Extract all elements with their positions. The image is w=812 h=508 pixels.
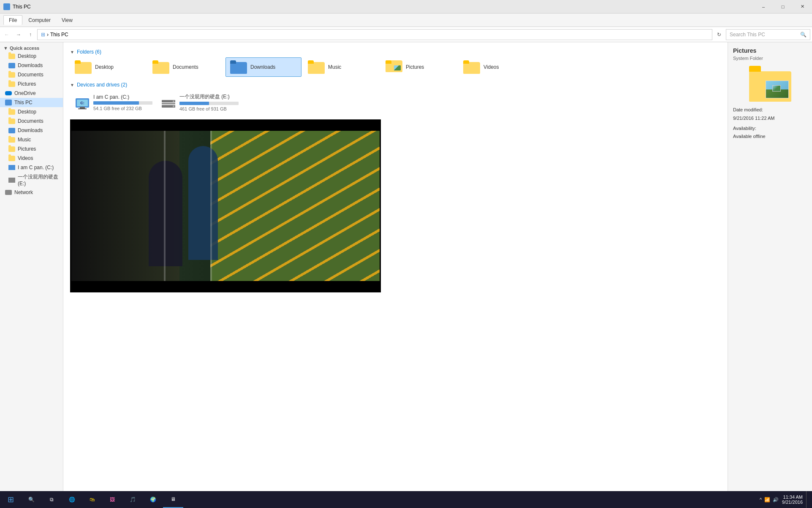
network-icon [5,190,12,195]
sidebar-item-pictures-quick[interactable]: Pictures 📌 [0,79,63,89]
title-bar-title: This PC [13,4,31,10]
clock[interactable]: 11:34 AM 9/21/2016 [782,494,803,505]
taskbar-search[interactable]: 🔍 [21,491,41,508]
folder-name: Downloads [250,64,275,70]
drive-e-free: 461 GB free of 931 GB [179,106,239,111]
folder-icon [8,137,15,143]
taskbar-explorer[interactable]: 🖥 [163,491,183,508]
maximize-button[interactable]: □ [773,0,793,14]
sidebar-item-label: Documents [18,118,43,124]
systray-volume[interactable]: 🔊 [773,497,779,503]
forward-button[interactable]: → [14,30,24,40]
folders-section-header[interactable]: ▼ Folders (6) [70,49,721,55]
sidebar-item-label: Desktop [18,109,36,115]
drive-icon-c: C: [75,95,90,110]
tab-view[interactable]: View [57,16,78,25]
title-bar: This PC – □ ✕ [0,0,812,14]
up-button[interactable]: ↑ [25,30,35,40]
minimize-button[interactable]: – [754,0,773,14]
sidebar-item-this-pc[interactable]: This PC [0,98,63,107]
folder-item-desktop[interactable]: Desktop [70,57,146,77]
title-bar-controls: – □ ✕ [754,0,812,14]
folder-item-downloads[interactable]: Downloads [225,57,301,77]
taskbar-groove[interactable]: 🎵 [122,491,143,508]
folder-item-documents[interactable]: Documents [148,57,224,77]
drive-c-bar-fill [93,101,139,105]
systray-chevron[interactable]: ^ [760,497,762,502]
chevron-icon: ▼ [70,83,74,87]
sidebar-item-desktop-pc[interactable]: Desktop [0,107,63,116]
tab-file[interactable]: File [3,15,22,25]
chevron-icon: ▼ [70,50,74,54]
sidebar-item-label: Pictures [18,146,36,152]
folder-icon [8,54,15,59]
search-box[interactable]: Search This PC 🔍 [726,29,810,40]
sidebar-item-label: Music [18,137,31,143]
sidebar-item-videos[interactable]: Videos [0,154,63,163]
sidebar-item-downloads-pc[interactable]: Downloads [0,126,63,135]
downloads-icon [8,63,15,68]
content-area: ▼ Folders (6) Desktop Documents [63,42,728,494]
search-placeholder: Search This PC [730,32,765,38]
taskbar-photos[interactable]: 🖼 [102,491,122,508]
taskbar-edge[interactable]: 🌐 [62,491,82,508]
sidebar-item-onedrive[interactable]: OneDrive [0,89,63,98]
sidebar-item-label: Network [14,189,33,195]
search-icon: 🔍 [800,32,807,38]
drive-e-info: 一个没屁用的硬盘 (E:) 461 GB free of 931 GB [179,93,239,111]
folder-icon [8,72,15,78]
ribbon: File Computer View [0,14,812,27]
clock-date: 9/21/2016 [782,500,803,505]
sidebar-item-label: 一个没屁用的硬盘 (E:) [18,173,60,186]
refresh-button[interactable]: ↻ [714,30,724,40]
sidebar-item-label: Desktop [18,53,36,59]
folder-item-pictures[interactable]: Pictures [381,57,457,77]
breadcrumb-separator: › [47,32,49,38]
svg-rect-2 [80,107,85,108]
close-button[interactable]: ✕ [793,0,812,14]
start-button[interactable]: ⊞ [0,491,21,508]
svg-rect-3 [78,108,87,109]
taskbar-store[interactable]: 🛍 [82,491,102,508]
folder-icon [8,156,15,161]
drive-c-icon [8,165,15,170]
sidebar-item-drive-e[interactable]: 一个没屁用的硬盘 (E:) [0,172,63,188]
folder-icon [8,81,15,87]
sidebar-item-label: Downloads [18,62,43,68]
drives-section-header[interactable]: ▼ Devices and drives (2) [70,82,721,88]
folder-item-videos[interactable]: Videos [459,57,535,77]
sidebar-section-quick-access[interactable]: ▼ Quick access [0,44,63,51]
sidebar-item-label: Downloads [18,127,43,133]
preview-date-label: Date modified: [733,106,807,114]
drives-grid: C: I am C pan. (C:) 54.1 GB free of 232 … [70,90,721,114]
sidebar-item-downloads-quick[interactable]: Downloads 📌 [0,61,63,70]
folder-item-music[interactable]: Music [303,57,379,77]
taskbar-chrome[interactable]: 🌍 [143,491,163,508]
sidebar-item-desktop[interactable]: Desktop 📌 [0,51,63,61]
address-path[interactable]: ⊞ › This PC [37,29,712,40]
sidebar-item-pictures[interactable]: Pictures [0,144,63,154]
preview-title: Pictures [733,47,807,54]
computer-icon [5,100,12,105]
folder-icon-downloads [230,60,247,74]
taskbar-apps: 🔍 ⧉ 🌐 🛍 🖼 🎵 🌍 🖥 [21,491,183,508]
sidebar-item-documents-pc[interactable]: Documents [0,116,63,126]
taskbar-task-view[interactable]: ⧉ [41,491,62,508]
preview-date-value: 9/21/2016 11:22 AM [733,114,807,123]
windows-logo: ⊞ [8,495,14,504]
tab-computer[interactable]: Computer [23,16,56,25]
back-button[interactable]: ← [2,30,12,40]
drive-item-e[interactable]: 一个没屁用的硬盘 (E:) 461 GB free of 931 GB [156,90,241,114]
sidebar-item-documents-quick[interactable]: Documents 📌 [0,70,63,79]
sidebar-item-label: OneDrive [14,90,36,96]
svg-text:C:: C: [80,101,84,105]
drive-item-c[interactable]: C: I am C pan. (C:) 54.1 GB free of 232 … [70,90,155,114]
breadcrumb-icon: ⊞ [41,32,45,38]
sidebar-item-network[interactable]: Network [0,188,63,197]
sidebar-item-label: Videos [18,155,33,161]
sidebar-item-drive-c[interactable]: I am C pan. (C:) [0,163,63,172]
breadcrumb-location: This PC [50,32,68,38]
sidebar-item-music[interactable]: Music [0,135,63,144]
show-desktop[interactable] [806,491,809,508]
preview-panel: Pictures System Folder Date modified: 9/… [728,42,812,494]
